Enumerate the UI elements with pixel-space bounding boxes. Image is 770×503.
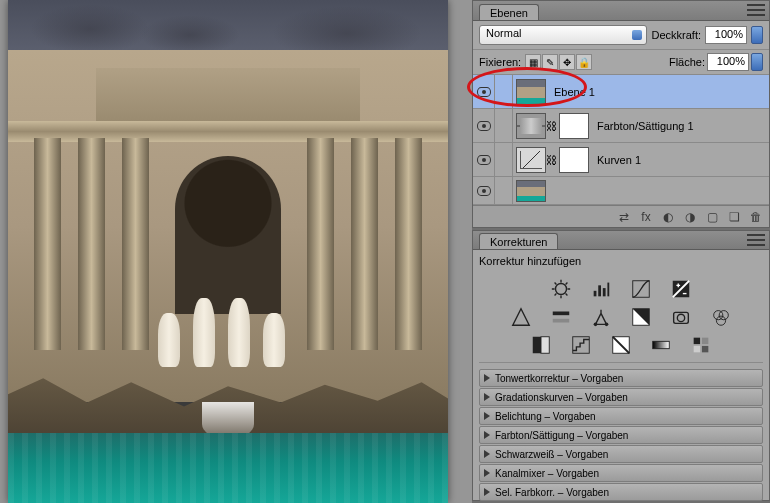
channel-mixer-icon[interactable]: [710, 306, 732, 328]
layer-thumbnail[interactable]: [516, 180, 546, 202]
document-window[interactable]: [8, 0, 448, 503]
visibility-eye-icon[interactable]: [477, 186, 491, 196]
preset-row[interactable]: Belichtung – Vorgaben: [479, 407, 763, 425]
layers-panel-footer: ⇄ fx ◐ ◑ ▢ ❏ 🗑: [473, 205, 769, 227]
svg-rect-8: [553, 319, 570, 323]
lock-position-icon[interactable]: ✥: [559, 54, 575, 70]
opacity-input[interactable]: 100%: [705, 26, 747, 44]
adjustments-panel-tabbar: Korrekturen: [473, 231, 769, 250]
adjustment-thumbnail[interactable]: [516, 147, 546, 173]
preset-row[interactable]: Sel. Farbkorr. – Vorgaben: [479, 483, 763, 501]
svg-point-9: [594, 323, 598, 327]
svg-point-15: [719, 311, 728, 320]
svg-rect-21: [653, 341, 670, 348]
lock-all-icon[interactable]: 🔒: [576, 54, 592, 70]
adjustment-icon[interactable]: ◑: [681, 209, 699, 225]
blend-opacity-row: Normal Deckkraft: 100%: [473, 21, 769, 50]
preset-row[interactable]: Kanalmixer – Vorgaben: [479, 464, 763, 482]
svg-point-10: [605, 323, 609, 327]
svg-rect-4: [607, 283, 609, 297]
lock-transparency-icon[interactable]: ▦: [525, 54, 541, 70]
lock-pixels-icon[interactable]: ✎: [542, 54, 558, 70]
black-white-icon[interactable]: [630, 306, 652, 328]
preset-row[interactable]: Gradationskurven – Vorgaben: [479, 388, 763, 406]
layers-list: Ebene 1 ⛓ Farbton/Sättigung 1 ⛓ Kurven 1: [473, 75, 769, 205]
fx-icon[interactable]: fx: [637, 209, 655, 225]
layer-mask-thumbnail[interactable]: [559, 113, 589, 139]
layer-row-ebene-1[interactable]: Ebene 1: [473, 75, 769, 109]
fill-label: Fläche:: [669, 56, 705, 68]
link-column: [495, 177, 513, 204]
presets-list: Tonwertkorrektur – Vorgaben Gradationsku…: [479, 367, 763, 503]
levels-icon[interactable]: [590, 278, 612, 300]
exposure-icon[interactable]: [670, 278, 692, 300]
disclosure-triangle-icon: [484, 412, 490, 420]
preset-row[interactable]: Tonwertkorrektur – Vorgaben: [479, 369, 763, 387]
vibrance-icon[interactable]: [510, 306, 532, 328]
layer-mask-thumbnail[interactable]: [559, 147, 589, 173]
link-icon[interactable]: ⇄: [615, 209, 633, 225]
link-column: [495, 75, 513, 108]
preset-label: Tonwertkorrektur – Vorgaben: [495, 373, 623, 384]
gradient-map-icon[interactable]: [650, 334, 672, 356]
disclosure-triangle-icon: [484, 393, 490, 401]
panel-stack: Ebenen Normal Deckkraft: 100% Fixieren: …: [472, 0, 770, 503]
layer-name[interactable]: Ebene 1: [554, 86, 595, 98]
hue-saturation-icon[interactable]: [550, 306, 572, 328]
opacity-slider-button[interactable]: [751, 26, 763, 44]
svg-rect-24: [694, 346, 700, 352]
link-column: [495, 109, 513, 142]
layer-row-huesat[interactable]: ⛓ Farbton/Sättigung 1: [473, 109, 769, 143]
svg-rect-25: [702, 346, 708, 352]
adjustment-thumbnail[interactable]: [516, 113, 546, 139]
adjustment-icon-row-1: [479, 278, 763, 300]
preset-row[interactable]: Schwarzweiß – Vorgaben: [479, 445, 763, 463]
preset-label: Belichtung – Vorgaben: [495, 411, 596, 422]
preset-row[interactable]: Farbton/Sättigung – Vorgaben: [479, 426, 763, 444]
selective-color-icon[interactable]: [690, 334, 712, 356]
new-layer-icon[interactable]: ❏: [725, 209, 743, 225]
mask-link-icon[interactable]: ⛓: [547, 147, 555, 173]
curves-icon[interactable]: [630, 278, 652, 300]
brightness-contrast-icon[interactable]: [550, 278, 572, 300]
visibility-eye-icon[interactable]: [477, 121, 491, 131]
blend-mode-select[interactable]: Normal: [479, 25, 647, 45]
preset-label: Gradationskurven – Vorgaben: [495, 392, 628, 403]
layers-panel-tabbar: Ebenen: [473, 1, 769, 21]
fill-input[interactable]: 100%: [707, 53, 749, 71]
layer-name[interactable]: Kurven 1: [597, 154, 641, 166]
visibility-eye-icon[interactable]: [477, 87, 491, 97]
group-icon[interactable]: ▢: [703, 209, 721, 225]
color-balance-icon[interactable]: [590, 306, 612, 328]
disclosure-triangle-icon: [484, 469, 490, 477]
svg-rect-18: [541, 337, 549, 354]
invert-icon[interactable]: [530, 334, 552, 356]
layer-row-curves[interactable]: ⛓ Kurven 1: [473, 143, 769, 177]
panel-menu-icon[interactable]: [747, 234, 765, 246]
panel-menu-icon[interactable]: [747, 4, 765, 16]
threshold-icon[interactable]: [610, 334, 632, 356]
mask-icon[interactable]: ◐: [659, 209, 677, 225]
adjustments-tab[interactable]: Korrekturen: [479, 233, 558, 249]
trash-icon[interactable]: 🗑: [747, 209, 765, 225]
disclosure-triangle-icon: [484, 374, 490, 382]
preset-label: Farbton/Sättigung – Vorgaben: [495, 430, 628, 441]
visibility-eye-icon[interactable]: [477, 155, 491, 165]
lock-fill-row: Fixieren: ▦ ✎ ✥ 🔒 Fläche: 100%: [473, 50, 769, 75]
layer-thumbnail[interactable]: [516, 79, 546, 105]
svg-rect-23: [702, 338, 708, 344]
svg-rect-7: [553, 312, 570, 316]
preset-label: Kanalmixer – Vorgaben: [495, 468, 599, 479]
svg-point-13: [677, 314, 684, 321]
posterize-icon[interactable]: [570, 334, 592, 356]
adjustment-icon-row-3: [479, 334, 763, 356]
mask-link-icon[interactable]: ⛓: [547, 113, 555, 139]
layer-row-background[interactable]: [473, 177, 769, 205]
svg-rect-2: [598, 285, 601, 296]
photo-filter-icon[interactable]: [670, 306, 692, 328]
fill-slider-button[interactable]: [751, 53, 763, 71]
layer-name[interactable]: Farbton/Sättigung 1: [597, 120, 694, 132]
svg-rect-1: [594, 291, 597, 297]
preset-label: Schwarzweiß – Vorgaben: [495, 449, 608, 460]
layers-tab[interactable]: Ebenen: [479, 4, 539, 20]
